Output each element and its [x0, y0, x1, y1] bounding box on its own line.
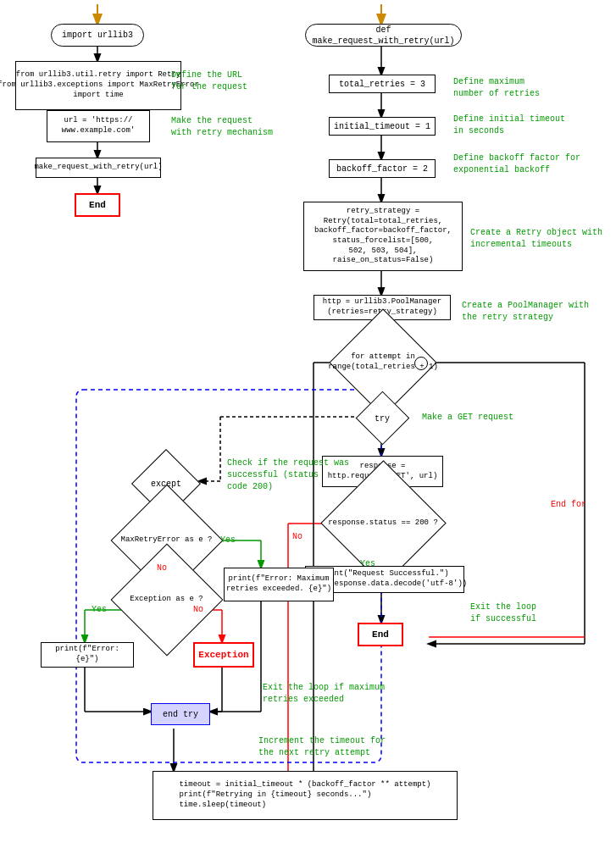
end-try-box: end try [151, 703, 210, 725]
annotation-create-pool: Create a PoolManager with the retry stra… [462, 300, 589, 324]
retry-strategy-text: retry_strategy = Retry(total=total_retri… [314, 207, 452, 266]
print-max-retry-box: print(f"Error: Maximum retries exceeded.… [224, 568, 334, 601]
annotation-exit-success: Exit the loop if successful [470, 601, 536, 625]
end2-box: End [358, 623, 403, 646]
no-label-max-retry: No [157, 563, 167, 573]
annotation-make-get: Make a GET request [422, 412, 513, 424]
for-loop-diamond: for attempt in range(total_retries + 1) [329, 344, 437, 381]
make-request-call-text: make_request_with_retry(url) [34, 163, 162, 173]
response-status-diamond: response.status == 200 ? [320, 507, 446, 540]
yes-label-exception: Yes [92, 605, 107, 614]
exception-as-e-text: Exception as e ? [130, 595, 203, 605]
no-label-status: No [292, 532, 302, 541]
timeout-calc-text: timeout = initial_timeout * (backoff_fac… [179, 780, 430, 810]
from-imports-text: from urllib3.util.retry import Retry fro… [0, 70, 199, 100]
import-urllib3-text: import urllib3 [62, 30, 133, 41]
no-label-exception: No [193, 605, 203, 614]
exception-as-e-diamond: Exception as e ? [110, 583, 223, 617]
import-urllib3-box: import urllib3 [51, 24, 144, 47]
yes-label-max-retry: Yes [220, 535, 236, 545]
try-text: try [375, 413, 390, 424]
timeout-calc-box: timeout = initial_timeout * (backoff_fac… [153, 771, 458, 820]
def-func-box: def make_request_with_retry(url) [305, 24, 462, 47]
print-error-text: print(f"Error: {e}") [42, 645, 133, 664]
except-text: except [151, 479, 181, 490]
raise-exception-text: Exception [198, 650, 248, 660]
for-loop-text: for attempt in range(total_retries + 1) [328, 352, 438, 372]
annotation-increment-timeout: Increment the timeout for the next retry… [258, 735, 386, 759]
total-retries-text: total_retries = 3 [339, 79, 425, 90]
annotation-define-url: Define the URL for the request [171, 69, 247, 93]
annotation-make-request: Make the request with retry mechanism [171, 115, 273, 139]
end2-text: End [372, 629, 389, 640]
backoff-factor-text: backoff_factor = 2 [336, 163, 428, 175]
backoff-factor-box: backoff_factor = 2 [329, 159, 436, 178]
end1-text: End [89, 200, 106, 210]
annotation-create-retry: Create a Retry object with incremental t… [470, 227, 602, 251]
initial-timeout-text: initial_timeout = 1 [334, 121, 430, 132]
annotation-define-max: Define maximum number of retries [453, 76, 540, 100]
try-diamond: try [359, 405, 405, 432]
end1-box: End [75, 193, 120, 217]
max-retry-text: MaxRetryError as e ? [120, 535, 212, 546]
yes-label-status: Yes [360, 559, 375, 568]
response-status-text: response.status == 200 ? [328, 518, 438, 529]
total-retries-box: total_retries = 3 [329, 75, 436, 93]
def-func-text: def make_request_with_retry(url) [306, 25, 461, 47]
url-assign-box: url = 'https:// www.example.com' [47, 110, 150, 142]
annotation-backoff: Define backoff factor for exponential ba… [453, 152, 580, 176]
from-imports-box: from urllib3.util.retry import Retry fro… [15, 61, 181, 110]
raise-exception-box: Exception [193, 642, 254, 668]
print-error-box: print(f"Error: {e}") [41, 642, 134, 668]
initial-timeout-box: initial_timeout = 1 [329, 117, 436, 136]
print-max-retry-text: print(f"Error: Maximum retries exceeded.… [226, 574, 331, 594]
annotation-initial-timeout: Define initial timeout in seconds [453, 114, 565, 137]
end-try-text: end try [163, 709, 198, 720]
end-for-label: End for [551, 500, 586, 509]
annotation-exit-max: Exit the loop if maximum retries exceede… [263, 682, 385, 706]
url-assign-text: url = 'https:// www.example.com' [62, 116, 135, 136]
annotation-check-status: Check if the request was successful (sta… [227, 457, 349, 493]
make-request-call-box: make_request_with_retry(url) [36, 158, 161, 178]
flowchart-diagram: import urllib3 from urllib3.util.retry i… [0, 0, 616, 859]
retry-strategy-box: retry_strategy = Retry(total=total_retri… [303, 202, 463, 271]
